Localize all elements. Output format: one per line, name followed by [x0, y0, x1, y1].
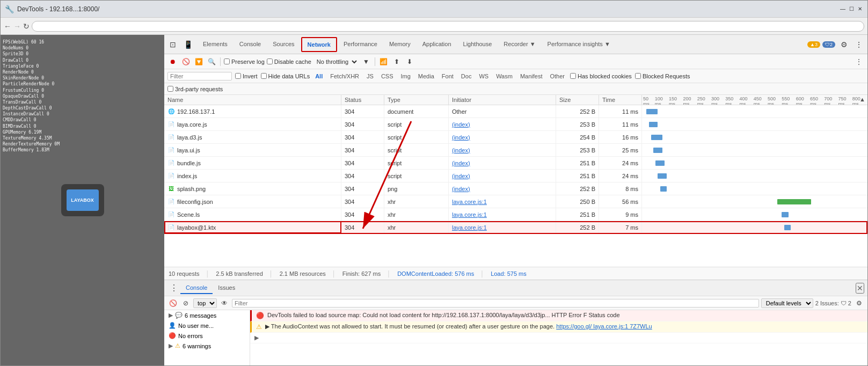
filter-wasm-button[interactable]: Wasm — [494, 73, 515, 79]
console-clear-button[interactable]: 🚫 — [167, 298, 178, 309]
invert-checkbox[interactable] — [235, 73, 241, 79]
blocked-requests-checkbox[interactable] — [635, 73, 641, 79]
import-button[interactable]: ⬆ — [391, 56, 402, 67]
throttle-dropdown-button[interactable]: ▼ — [361, 56, 371, 67]
table-row[interactable]: 📄 laya.core.js 304 script (index) 253 B … — [164, 118, 867, 131]
filter-input[interactable] — [167, 72, 232, 80]
col-header-type[interactable]: Type — [384, 95, 449, 105]
initiator-link-4[interactable]: (index) — [452, 147, 470, 153]
col-header-waterfall[interactable]: 50 ms 100 ms 150 ms 200 ms 250 ms 300 ms… — [642, 95, 867, 105]
table-row[interactable]: 📄 fileconfig.json 304 xhr laya.core.js:1… — [164, 195, 867, 208]
tab-network[interactable]: Network — [301, 37, 337, 52]
console-settings-button[interactable]: ⚙ — [854, 298, 864, 309]
console-close-button[interactable]: ✕ — [856, 283, 864, 294]
initiator-link-9[interactable]: laya.core.js:1 — [452, 211, 487, 218]
search-button[interactable]: 🔍 — [206, 56, 217, 67]
initiator-link-6[interactable]: (index) — [452, 173, 470, 179]
tab-memory[interactable]: Memory — [384, 38, 416, 52]
filter-font-button[interactable]: Font — [440, 73, 456, 79]
tab-elements[interactable]: Elements — [198, 38, 233, 52]
col-header-time[interactable]: Time — [599, 95, 642, 105]
trans-line: TransDrawCall 0 — [3, 99, 60, 105]
reload-button[interactable]: ↻ — [23, 22, 30, 31]
console-sidebar-messages[interactable]: ▶ 💬 6 messages — [164, 310, 250, 320]
console-sidebar-warnings[interactable]: ▶ ⚠ 6 warnings — [164, 341, 250, 351]
console-sidebar-user-messages[interactable]: 👤 No user me... — [164, 320, 250, 331]
error-msg-text: DevTools failed to load source map: Coul… — [267, 312, 863, 318]
address-bar[interactable]: 192.168.137.1:8000/ — [32, 21, 864, 32]
more-tabs-button[interactable]: ⋮ — [852, 38, 865, 51]
table-row-highlighted[interactable]: 📄 layabox@1.ktx 304 xhr laya.core.js:1 2… — [164, 221, 867, 234]
table-row[interactable]: 🌐 192.168.137.1 304 document Other 252 B… — [164, 105, 867, 118]
tab-icons-group: ⊡ 📱 — [166, 38, 194, 51]
export-button[interactable]: ⬇ — [404, 56, 415, 67]
issues-tab[interactable]: Issues — [213, 282, 240, 294]
filter-doc-button[interactable]: Doc — [459, 73, 474, 79]
minimize-button[interactable]: — — [840, 6, 846, 12]
settings-icon-button[interactable]: ⚙ — [837, 38, 850, 51]
table-row[interactable]: 📄 laya.ui.js 304 script (index) 253 B 25… — [164, 144, 867, 157]
clear-button[interactable]: 🚫 — [180, 56, 191, 67]
table-row[interactable]: 📄 laya.d3.js 304 script (index) 254 B 16… — [164, 131, 867, 144]
console-filter-button[interactable]: ⊘ — [180, 298, 191, 309]
close-button[interactable]: ✕ — [857, 6, 863, 12]
console-sidebar-errors[interactable]: 🔴 No errors — [164, 331, 250, 341]
tab-performance[interactable]: Performance — [338, 38, 383, 52]
table-row[interactable]: 🖼 splash.png 304 png (index) 252 B 8 ms — [164, 182, 867, 195]
device-icon-button[interactable]: 📱 — [181, 38, 194, 51]
forward-button[interactable]: → — [13, 22, 21, 31]
console-expand-row[interactable]: ▶ — [250, 333, 867, 343]
tab-application[interactable]: Application — [417, 38, 457, 52]
filter-toggle-button[interactable]: 🔽 — [193, 56, 204, 67]
initiator-link-10[interactable]: laya.core.js:1 — [452, 224, 487, 231]
back-button[interactable]: ← — [4, 22, 11, 31]
table-row[interactable]: 📄 Scene.ls 304 xhr laya.core.js:1 251 B … — [164, 208, 867, 221]
record-button[interactable]: ⏺ — [167, 56, 178, 67]
ms-650: 650 ms — [810, 96, 824, 105]
filter-manifest-button[interactable]: Manifest — [518, 73, 545, 79]
table-row[interactable]: 📄 bundle.js 304 script (index) 251 B 24 … — [164, 157, 867, 170]
tab-recorder[interactable]: Recorder ▼ — [498, 38, 541, 52]
col-header-status[interactable]: Status — [341, 95, 384, 105]
console-filter-input[interactable] — [232, 299, 759, 308]
table-row[interactable]: 📄 index.js 304 script (index) 251 B 24 m… — [164, 170, 867, 182]
tab-sources[interactable]: Sources — [267, 38, 300, 52]
disable-cache-checkbox[interactable] — [267, 58, 273, 64]
third-party-checkbox[interactable] — [167, 86, 173, 92]
tab-lighthouse[interactable]: Lighthouse — [458, 38, 498, 52]
col-header-name[interactable]: Name — [164, 95, 341, 105]
filter-ws-button[interactable]: WS — [477, 73, 491, 79]
initiator-link-5[interactable]: (index) — [452, 160, 470, 166]
console-tab[interactable]: Console — [180, 282, 213, 294]
tab-performance-insights[interactable]: Performance insights ▼ — [542, 38, 616, 52]
filter-fetch-xhr-button[interactable]: Fetch/XHR — [328, 73, 361, 79]
hide-data-urls-checkbox[interactable] — [261, 73, 267, 79]
ms-750: 750 ms — [838, 96, 852, 105]
cursor-icon-button[interactable]: ⊡ — [166, 38, 179, 51]
console-level-select[interactable]: Default levels — [761, 298, 813, 308]
filter-img-button[interactable]: Img — [399, 73, 413, 79]
initiator-link-2[interactable]: (index) — [452, 121, 470, 128]
has-blocked-cookies-checkbox[interactable] — [570, 73, 576, 79]
preserve-log-checkbox[interactable] — [224, 58, 230, 64]
tab-console[interactable]: Console — [234, 38, 266, 52]
filter-js-button[interactable]: JS — [364, 73, 376, 79]
col-header-initiator[interactable]: Initiator — [449, 95, 556, 105]
col-header-size[interactable]: Size — [556, 95, 599, 105]
initiator-link-7[interactable]: (index) — [452, 186, 470, 192]
td-type-8: xhr — [384, 195, 449, 208]
more-network-button[interactable]: ⋮ — [854, 56, 864, 67]
maximize-button[interactable]: ☐ — [848, 6, 855, 12]
wifi-icon-button[interactable]: 📶 — [378, 56, 389, 67]
filter-media-button[interactable]: Media — [416, 73, 436, 79]
filter-css-button[interactable]: CSS — [379, 73, 396, 79]
console-dots-button[interactable]: ⋮ — [167, 283, 180, 293]
console-eye-button[interactable]: 👁 — [219, 298, 230, 309]
throttle-select[interactable]: No throttling Slow 3G Fast 3G Offline — [313, 58, 359, 65]
filter-other-button[interactable]: Other — [548, 73, 567, 79]
console-context-select[interactable]: top — [193, 298, 217, 308]
initiator-link-3[interactable]: (index) — [452, 134, 470, 141]
filter-all-button[interactable]: All — [313, 73, 325, 79]
warning-link[interactable]: https://goo.gl/ laya.core.js:1 7Z7WLu — [556, 323, 652, 330]
initiator-link-8[interactable]: laya.core.js:1 — [452, 199, 487, 205]
